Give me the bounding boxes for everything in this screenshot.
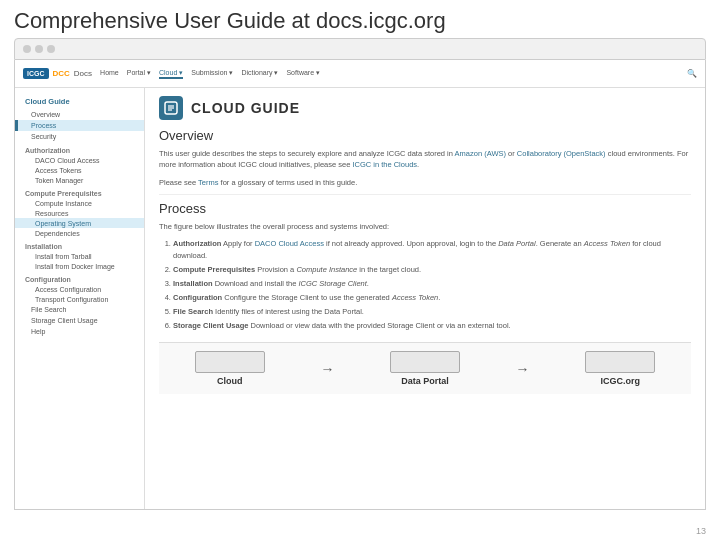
nav-search-icon[interactable]: 🔍: [687, 69, 697, 78]
nav-link-cloud[interactable]: Cloud ▾: [159, 69, 183, 79]
sidebar-subsection-configuration: Configuration: [15, 273, 144, 284]
section-overview-para2: Please see Terms for a glossary of terms…: [159, 177, 691, 188]
browser-btn-min[interactable]: [35, 45, 43, 53]
sidebar-item-help[interactable]: Help: [15, 326, 144, 337]
sidebar-sub-compute-instance[interactable]: Compute Instance: [15, 198, 144, 208]
nav-logo: ICGC DCC Docs: [23, 68, 92, 79]
nav-logo-dcc: DCC: [53, 69, 70, 78]
nav-link-software[interactable]: Software ▾: [286, 69, 320, 79]
sidebar-sub-tarball[interactable]: Install from Tarball: [15, 251, 144, 261]
section-overview: Overview This user guide describes the s…: [159, 128, 691, 188]
nav-link-portal[interactable]: Portal ▾: [127, 69, 151, 79]
process-step-2: Compute Prerequisites Provision a Comput…: [173, 264, 691, 276]
sidebar-sub-access-tokens[interactable]: Access Tokens: [15, 165, 144, 175]
process-step-1: Authorization Apply for DACO Cloud Acces…: [173, 238, 691, 262]
browser-window: ICGC DCC Docs Home Portal ▾ Cloud ▾ Subm…: [14, 60, 706, 510]
link-daco-cloud[interactable]: DACO Cloud Access: [255, 239, 324, 248]
sidebar-sub-docker[interactable]: Install from Docker Image: [15, 261, 144, 271]
section-overview-heading: Overview: [159, 128, 691, 143]
diagram-box-cloud-rect: [195, 351, 265, 373]
top-nav: ICGC DCC Docs Home Portal ▾ Cloud ▾ Subm…: [15, 60, 705, 88]
sidebar-item-storage-client[interactable]: Storage Client Usage: [15, 315, 144, 326]
diagram-row: Cloud → Data Portal → ICGC.org: [159, 342, 691, 394]
sidebar-item-process[interactable]: Process: [15, 120, 144, 131]
sidebar-sub-transport-config[interactable]: Transport Configuration: [15, 294, 144, 304]
process-step-3: Installation Download and install the IC…: [173, 278, 691, 290]
section-process: Process The figure below illustrates the…: [159, 201, 691, 332]
diagram-box-dataportal: Data Portal: [390, 351, 460, 386]
process-step-5: File Search Identify files of interest u…: [173, 306, 691, 318]
slide-title: Comprehensive User Guide at docs.icgc.or…: [0, 0, 720, 38]
link-terms[interactable]: Terms: [198, 178, 218, 187]
diagram-arrow-1: →: [320, 361, 334, 377]
diagram-box-dataportal-rect: [390, 351, 460, 373]
sidebar-sub-token-manager[interactable]: Token Manager: [15, 175, 144, 185]
sidebar-sub-daco-cloud-access[interactable]: DACO Cloud Access: [15, 155, 144, 165]
sidebar-item-security[interactable]: Security: [15, 131, 144, 142]
diagram-box-cloud-label: Cloud: [217, 376, 243, 386]
diagram-arrow-2: →: [516, 361, 530, 377]
section-process-intro: The figure below illustrates the overall…: [159, 221, 691, 232]
browser-chrome: [14, 38, 706, 60]
sidebar-subsection-authorization: Authorization: [15, 144, 144, 155]
page-icon: [159, 96, 183, 120]
sidebar-sub-operating-system[interactable]: Operating System: [15, 218, 144, 228]
diagram-box-icgcorg-label: ICGC.org: [600, 376, 640, 386]
browser-btn-max[interactable]: [47, 45, 55, 53]
process-step-4: Configuration Configure the Storage Clie…: [173, 292, 691, 304]
sidebar-item-file-search[interactable]: File Search: [15, 304, 144, 315]
nav-logo-docs: Docs: [74, 69, 92, 78]
section-divider: [159, 194, 691, 195]
section-process-heading: Process: [159, 201, 691, 216]
sidebar-section-title: Cloud Guide: [15, 94, 144, 109]
sidebar-subsection-compute: Compute Prerequisites: [15, 187, 144, 198]
sidebar: Cloud Guide Overview Process Security Au…: [15, 88, 145, 509]
link-collaboratory[interactable]: Collaboratory (OpenStack): [517, 149, 606, 158]
main-content: CLOUD GUIDE Overview This user guide des…: [145, 88, 705, 509]
nav-link-dictionary[interactable]: Dictionary ▾: [241, 69, 278, 79]
page-header: CLOUD GUIDE: [159, 96, 691, 120]
diagram-box-icgcorg-rect: [585, 351, 655, 373]
section-overview-para1: This user guide describes the steps to s…: [159, 148, 691, 171]
link-amazon[interactable]: Amazon (AWS): [455, 149, 506, 158]
sidebar-sub-resources[interactable]: Resources: [15, 208, 144, 218]
slide-number: 13: [696, 526, 706, 536]
diagram-box-icgcorg: ICGC.org: [585, 351, 655, 386]
sidebar-item-overview[interactable]: Overview: [15, 109, 144, 120]
page-title: CLOUD GUIDE: [191, 100, 300, 116]
nav-logo-badge: ICGC: [23, 68, 49, 79]
browser-btn-close[interactable]: [23, 45, 31, 53]
process-step-6: Storage Client Usage Download or view da…: [173, 320, 691, 332]
nav-links: Home Portal ▾ Cloud ▾ Submission ▾ Dicti…: [100, 69, 679, 79]
nav-link-submission[interactable]: Submission ▾: [191, 69, 233, 79]
process-list: Authorization Apply for DACO Cloud Acces…: [159, 238, 691, 332]
sidebar-subsection-installation: Installation: [15, 240, 144, 251]
link-icgc-clouds[interactable]: ICGC in the Clouds: [352, 160, 417, 169]
nav-link-home[interactable]: Home: [100, 69, 119, 79]
sidebar-sub-access-config[interactable]: Access Configuration: [15, 284, 144, 294]
content-area: Cloud Guide Overview Process Security Au…: [15, 88, 705, 509]
diagram-box-cloud: Cloud: [195, 351, 265, 386]
sidebar-sub-dependencies[interactable]: Dependencies: [15, 228, 144, 238]
diagram-box-dataportal-label: Data Portal: [401, 376, 449, 386]
